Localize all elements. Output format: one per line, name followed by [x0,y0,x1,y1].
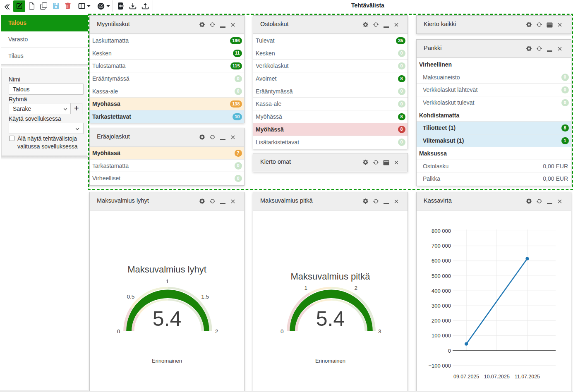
svg-text:800 000: 800 000 [432,228,451,234]
svg-text:400 000: 400 000 [432,288,451,294]
svg-text:200 000: 200 000 [432,318,451,324]
svg-text:700 000: 700 000 [432,243,451,249]
svg-text:500 000: 500 000 [432,273,451,279]
svg-text:300 000: 300 000 [432,303,451,309]
svg-text:10.07.2025: 10.07.2025 [484,374,510,380]
svg-text:11.07.2025: 11.07.2025 [515,374,540,380]
svg-text:0: 0 [448,348,451,354]
svg-text:600 000: 600 000 [432,258,451,264]
svg-text:09.07.2025: 09.07.2025 [453,374,479,380]
svg-text:100 000: 100 000 [432,332,451,339]
svg-text:−100 000: −100 000 [428,363,451,369]
